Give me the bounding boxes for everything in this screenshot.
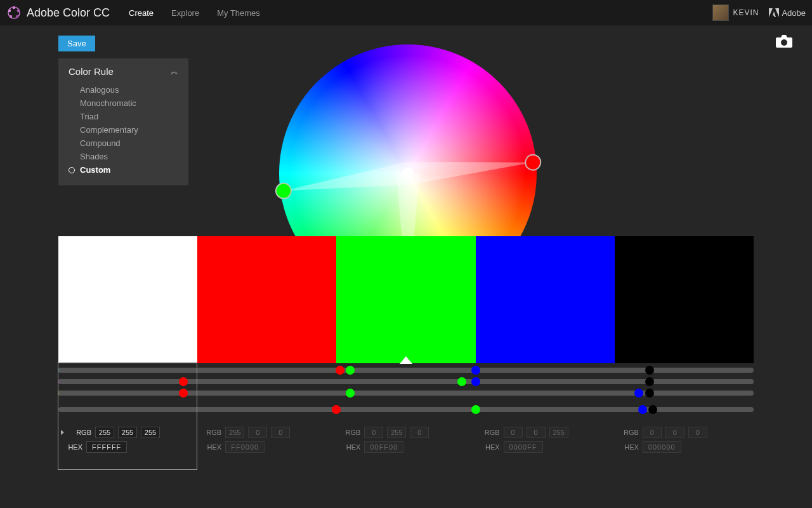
camera-icon[interactable] [775,34,793,48]
slider-handle[interactable] [332,405,341,414]
rule-item-compound[interactable]: Compound [80,137,188,150]
save-button[interactable]: Save [58,36,95,51]
rgb-b-input[interactable]: 0 [410,427,429,438]
swatch-row [58,236,754,363]
slider-handle[interactable] [638,405,647,414]
hex-label: HEX [339,443,360,451]
rgb-g-input[interactable]: 255 [118,427,137,438]
svg-point-5 [8,10,11,12]
hex-input[interactable]: FFFFFF [86,441,127,453]
slider-handle[interactable] [336,366,344,375]
slider-handle[interactable] [179,377,188,386]
slider-row-1[interactable] [58,377,754,386]
slider-row-2[interactable] [58,389,754,398]
value-column-0: RGB255255255HEXFFFFFF [58,422,197,467]
value-column-4: RGB000HEX000000 [615,422,754,467]
rgb-g-input[interactable]: 0 [665,427,684,438]
slider-row-0[interactable] [58,366,754,375]
rule-item-custom[interactable]: Custom [80,163,188,177]
svg-point-1 [13,6,15,9]
swatch-1[interactable] [197,236,336,363]
main-canvas: Save Color Rule ︽ AnalogousMonochromatic… [0,25,812,508]
collapse-icon[interactable]: ︽ [171,66,178,77]
svg-point-3 [16,15,18,18]
swatch-0[interactable] [58,236,197,363]
value-column-3: RGB00255HEX0000FF [476,422,615,467]
active-swatch-marker [400,356,412,364]
slider-handle[interactable] [471,377,480,386]
rgb-g-input[interactable]: 255 [387,427,406,438]
avatar [712,4,729,21]
slider-handle[interactable] [346,366,355,375]
rgb-label: RGB [478,429,500,436]
hex-label: HEX [617,443,639,451]
rgb-b-input[interactable]: 255 [549,427,568,438]
user-area[interactable]: KEVIN [712,4,769,21]
slider-handle[interactable] [648,405,657,414]
rgb-r-input[interactable]: 0 [504,427,523,438]
adobe-color-logo-icon [6,5,22,20]
slider-handle[interactable] [471,405,480,414]
nav-explore[interactable]: Explore [171,8,199,18]
slider-handle[interactable] [346,389,355,398]
swatch-3[interactable] [476,236,615,363]
rgb-g-input[interactable]: 0 [248,427,267,438]
svg-point-7 [781,39,787,46]
wheel-center-handle[interactable] [402,168,414,179]
slider-handle[interactable] [471,366,480,375]
value-readouts: RGB255255255HEXFFFFFFRGB25500HEXFF0000RG… [58,422,754,467]
rgb-b-input[interactable]: 0 [271,427,290,438]
rule-item-triad[interactable]: Triad [80,110,188,123]
rgb-b-input[interactable]: 255 [141,427,160,438]
rgb-label: RGB [200,429,221,436]
slider-handle[interactable] [179,389,188,398]
color-rule-panel: Color Rule ︽ AnalogousMonochromaticTriad… [58,58,188,185]
expand-icon[interactable] [61,430,64,435]
slider-area [58,366,754,417]
slider-handle[interactable] [645,366,654,375]
adobe-brand[interactable]: Adobe [769,8,806,18]
rule-item-monochromatic[interactable]: Monochromatic [80,97,188,110]
value-column-1: RGB25500HEXFF0000 [197,422,336,467]
svg-point-2 [17,10,20,12]
rgb-r-input[interactable]: 255 [95,427,114,438]
nav-my-themes[interactable]: My Themes [217,8,260,18]
rule-item-analogous[interactable]: Analogous [80,83,188,97]
rule-item-shades[interactable]: Shades [80,150,188,163]
nav-create[interactable]: Create [129,8,154,18]
hex-input[interactable]: 0000FF [504,441,543,453]
slider-row-4[interactable] [58,405,754,414]
rgb-label: RGB [617,429,639,436]
rule-item-complementary[interactable]: Complementary [80,123,188,137]
adobe-brand-label: Adobe [782,8,806,18]
hex-input[interactable]: 000000 [643,441,681,453]
swatch-4[interactable] [615,236,754,363]
hex-label: HEX [61,443,82,451]
svg-point-4 [10,15,12,18]
app-title: Adobe Color CC [27,6,110,20]
slider-handle[interactable] [634,389,643,398]
rgb-label: RGB [70,429,91,436]
rgb-g-input[interactable]: 0 [527,427,546,438]
rgb-r-input[interactable]: 0 [643,427,662,438]
slider-handle[interactable] [645,377,654,386]
hex-label: HEX [200,443,221,451]
swatch-2[interactable] [336,236,475,363]
slider-handle[interactable] [645,389,654,398]
rgb-label: RGB [339,429,360,436]
slider-handle[interactable] [457,377,466,386]
rgb-r-input[interactable]: 255 [225,427,244,438]
value-column-2: RGB02550HEX00FF00 [336,422,475,467]
rgb-r-input[interactable]: 0 [364,427,383,438]
rgb-b-input[interactable]: 0 [688,427,707,438]
color-rule-title: Color Rule [69,66,114,77]
hex-label: HEX [478,443,500,451]
app-header: Adobe Color CC Create Explore My Themes … [0,0,812,25]
hex-input[interactable]: FF0000 [225,441,265,453]
hex-input[interactable]: 00FF00 [364,441,403,453]
username: KEVIN [733,8,759,17]
